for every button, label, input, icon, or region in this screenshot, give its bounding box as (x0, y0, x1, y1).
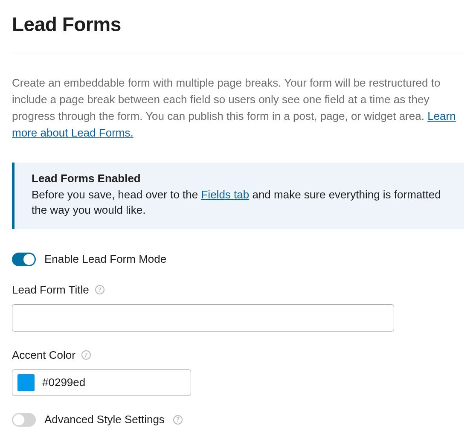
enable-lead-form-label: Enable Lead Form Mode (44, 253, 166, 266)
notice-title: Lead Forms Enabled (32, 172, 447, 185)
notice-banner: Lead Forms Enabled Before you save, head… (12, 163, 464, 229)
advanced-style-toggle[interactable] (12, 413, 36, 427)
advanced-style-label: Advanced Style Settings (44, 413, 165, 426)
accent-color-label-row: Accent Color ? (12, 349, 464, 362)
toggle-knob (23, 254, 35, 265)
page-title: Lead Forms (12, 13, 464, 36)
help-icon[interactable]: ? (81, 350, 91, 360)
lead-form-title-field: Lead Form Title ? (12, 283, 464, 332)
accent-color-field: Accent Color ? (12, 349, 464, 396)
section-divider (12, 53, 464, 53)
lead-form-title-input[interactable] (12, 304, 394, 332)
toggle-knob (13, 414, 24, 425)
lead-form-title-label-row: Lead Form Title ? (12, 283, 464, 297)
accent-color-label: Accent Color (12, 349, 75, 362)
help-icon[interactable]: ? (173, 415, 183, 425)
description-text: Create an embeddable form with multiple … (12, 76, 440, 122)
advanced-style-row: Advanced Style Settings ? (12, 413, 464, 427)
notice-body-prefix: Before you save, head over to the (32, 188, 201, 201)
accent-color-input-wrap[interactable] (12, 369, 191, 396)
enable-lead-form-row: Enable Lead Form Mode (12, 253, 464, 266)
lead-form-title-label: Lead Form Title (12, 283, 89, 297)
notice-body: Before you save, head over to the Fields… (32, 187, 447, 218)
color-swatch[interactable] (17, 374, 35, 391)
page-description: Create an embeddable form with multiple … (12, 75, 464, 141)
enable-lead-form-toggle[interactable] (12, 253, 36, 266)
help-icon[interactable]: ? (95, 285, 104, 294)
accent-color-input[interactable] (42, 376, 186, 389)
fields-tab-link[interactable]: Fields tab (201, 188, 249, 201)
